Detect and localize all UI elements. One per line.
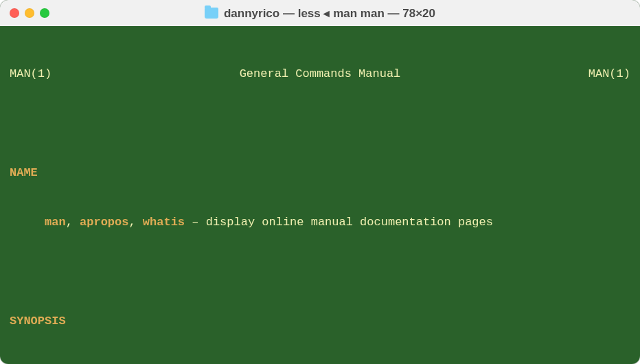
manpage-header-right: MAN(1) [588,66,630,82]
window-title: dannyrico — less ◂ man man — 78×20 [0,6,640,21]
manpage-header: MAN(1) General Commands Manual MAN(1) [10,66,630,82]
minimize-button-icon[interactable] [25,8,34,18]
terminal-content[interactable]: MAN(1) General Commands Manual MAN(1) NA… [0,26,640,364]
manpage-header-left: MAN(1) [10,66,52,82]
section-synopsis: SYNOPSIS [10,313,630,330]
close-button-icon[interactable] [10,8,19,18]
window-controls [10,8,49,18]
folder-icon [205,8,218,19]
window-title-text: dannyrico — less ◂ man man — 78×20 [224,6,435,21]
terminal-window: dannyrico — less ◂ man man — 78×20 MAN(1… [0,0,640,364]
manpage-header-center: General Commands Manual [240,66,401,82]
zoom-button-icon[interactable] [40,8,49,18]
name-line: man, apropos, whatis – display online ma… [10,214,630,231]
titlebar[interactable]: dannyrico — less ◂ man man — 78×20 [0,0,640,26]
section-name: NAME [10,165,630,181]
